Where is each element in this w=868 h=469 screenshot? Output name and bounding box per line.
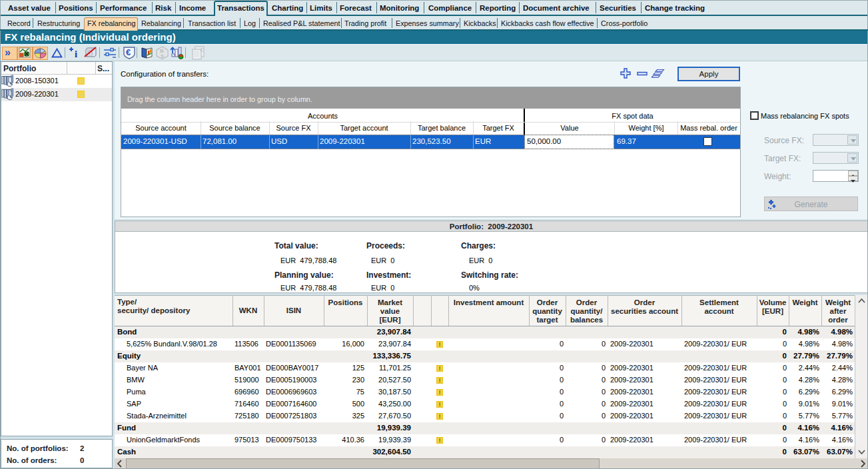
svg-text:€: €	[200, 47, 203, 53]
svg-text:i: i	[75, 49, 77, 59]
svg-text:S: S	[161, 53, 165, 59]
svg-text:€: €	[126, 47, 131, 57]
